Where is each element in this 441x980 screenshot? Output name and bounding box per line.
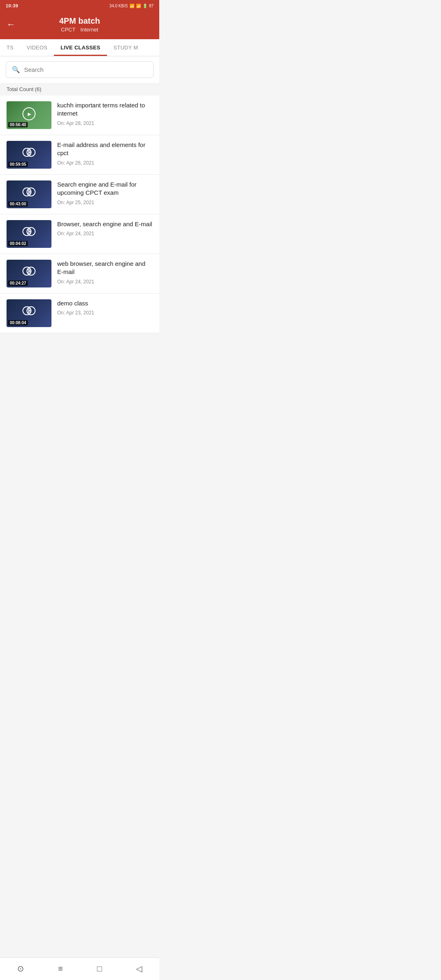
duration-badge: 00:04:02 bbox=[8, 241, 28, 246]
play-icon bbox=[22, 185, 36, 201]
search-icon: 🔍 bbox=[12, 66, 20, 74]
item-content: web browser, search engine and E-mail On… bbox=[57, 260, 153, 285]
video-thumbnail: 00:24:27 bbox=[7, 260, 51, 287]
header-title-area: 4PM batch CPCT Internet bbox=[20, 16, 139, 33]
network-speed: 34.0 KB/S bbox=[109, 4, 128, 8]
status-bar: 10:39 34.0 KB/S 📶 📶 🔋 87 bbox=[0, 0, 159, 11]
subtitle-internet: Internet bbox=[80, 27, 98, 33]
class-date: On: Apr 26, 2021 bbox=[57, 160, 153, 166]
class-title: Search engine and E-mail for upcoming CP… bbox=[57, 180, 153, 197]
duration-badge: 00:56:40 bbox=[8, 122, 28, 127]
tabs-bar: TS VIDEOS LIVE CLASSES STUDY M bbox=[0, 39, 159, 56]
class-title: kuchh important terms related to interne… bbox=[57, 101, 153, 118]
duration-badge: 00:08:04 bbox=[8, 320, 28, 325]
batch-title: 4PM batch bbox=[20, 16, 139, 26]
item-content: E-mail address and elements for cpct On:… bbox=[57, 141, 153, 166]
class-date: On: Apr 24, 2021 bbox=[57, 231, 153, 236]
video-thumbnail: 00:08:04 bbox=[7, 299, 51, 327]
play-icon bbox=[22, 303, 36, 320]
item-content: Browser, search engine and E-mail On: Ap… bbox=[57, 220, 153, 236]
back-button[interactable]: ← bbox=[7, 19, 16, 30]
list-item[interactable]: 00:24:27 web browser, search engine and … bbox=[0, 254, 159, 294]
play-icon bbox=[22, 264, 36, 280]
list-item[interactable]: 00:59:05 E-mail address and elements for… bbox=[0, 135, 159, 175]
tab-study-material[interactable]: STUDY M bbox=[107, 39, 145, 56]
play-icon bbox=[22, 145, 36, 161]
class-date: On: Apr 23, 2021 bbox=[57, 310, 153, 316]
duration-badge: 00:43:00 bbox=[8, 201, 28, 207]
item-content: Search engine and E-mail for upcoming CP… bbox=[57, 180, 153, 205]
class-list: 00:56:40 kuchh important terms related t… bbox=[0, 96, 159, 333]
search-box[interactable]: 🔍 bbox=[6, 61, 154, 78]
class-title: demo class bbox=[57, 299, 153, 307]
tab-live-classes[interactable]: LIVE CLASSES bbox=[54, 39, 107, 56]
signal-icon: 📶 bbox=[136, 4, 141, 8]
status-time: 10:39 bbox=[6, 3, 18, 8]
duration-badge: 00:59:05 bbox=[8, 162, 28, 167]
play-icon bbox=[22, 107, 36, 120]
tab-videos[interactable]: VIDEOS bbox=[20, 39, 54, 56]
video-thumbnail: 00:56:40 bbox=[7, 101, 51, 129]
wifi-icon: 📶 bbox=[129, 4, 134, 8]
video-thumbnail: 00:04:02 bbox=[7, 220, 51, 248]
video-thumbnail: 00:43:00 bbox=[7, 180, 51, 208]
class-date: On: Apr 24, 2021 bbox=[57, 279, 153, 285]
class-date: On: Apr 25, 2021 bbox=[57, 200, 153, 205]
header: ← 4PM batch CPCT Internet bbox=[0, 11, 159, 39]
list-item[interactable]: 00:08:04 demo class On: Apr 23, 2021 bbox=[0, 294, 159, 333]
item-content: kuchh important terms related to interne… bbox=[57, 101, 153, 126]
search-input[interactable] bbox=[24, 66, 147, 73]
battery-icon: 🔋 bbox=[143, 4, 147, 8]
subtitle-cpct: CPCT bbox=[61, 27, 75, 33]
tab-tests[interactable]: TS bbox=[0, 39, 20, 56]
play-icon bbox=[22, 224, 36, 241]
list-item[interactable]: 00:56:40 kuchh important terms related t… bbox=[0, 96, 159, 135]
search-container: 🔍 bbox=[0, 56, 159, 83]
list-item[interactable]: 00:43:00 Search engine and E-mail for up… bbox=[0, 175, 159, 214]
battery-level: 87 bbox=[149, 4, 154, 8]
item-content: demo class On: Apr 23, 2021 bbox=[57, 299, 153, 316]
batch-subtitle: CPCT Internet bbox=[20, 27, 139, 33]
total-count: Total Count (6) bbox=[0, 83, 159, 96]
status-icons: 34.0 KB/S 📶 📶 🔋 87 bbox=[109, 4, 154, 8]
class-title: web browser, search engine and E-mail bbox=[57, 260, 153, 276]
class-title: E-mail address and elements for cpct bbox=[57, 141, 153, 158]
video-thumbnail: 00:59:05 bbox=[7, 141, 51, 169]
duration-badge: 00:24:27 bbox=[8, 281, 28, 286]
list-item[interactable]: 00:04:02 Browser, search engine and E-ma… bbox=[0, 214, 159, 254]
class-date: On: Apr 28, 2021 bbox=[57, 120, 153, 126]
class-title: Browser, search engine and E-mail bbox=[57, 220, 153, 228]
